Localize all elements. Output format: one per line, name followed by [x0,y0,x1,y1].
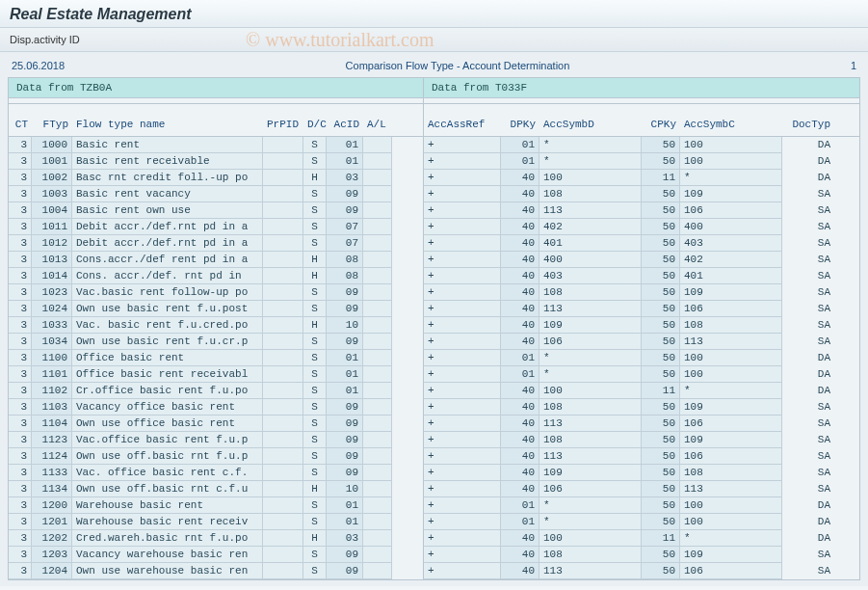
panel-right-title: Data from T033F [424,78,859,98]
table-row[interactable]: 31001Basic rent receivableS01 [9,153,423,170]
report-title: Comparison Flow Type - Account Determina… [346,60,570,71]
table-row[interactable]: 31000Basic rentS01 [9,137,423,153]
table-row[interactable]: +01*50100DA [424,497,859,514]
table-row[interactable]: +4010650113SA [424,334,859,350]
table-row[interactable]: 31202Cred.wareh.basic rnt f.u.poH03 [9,530,423,547]
cell-prpid [263,383,303,399]
cell-al [363,268,392,284]
cell-prpid [263,252,303,268]
cell-dpky: 40 [501,219,539,235]
hdr-ftyp[interactable]: FTyp [32,119,72,130]
table-row[interactable]: 31023Vac.basic rent follow-up poS09 [9,284,423,301]
table-row[interactable]: 31013Cons.accr./def rent pd in aH08 [9,252,423,268]
cell-name: Own use warehouse basic ren [72,563,263,579]
cell-cpky: 50 [642,202,680,219]
table-row[interactable]: 31034Own use basic rent f.u.cr.pS09 [9,334,423,350]
table-row[interactable]: 31014Cons. accr./def. rnt pd inH08 [9,268,423,284]
hdr-prpid[interactable]: PrPID [263,119,303,130]
hdr-accd[interactable]: AccSymbD [539,119,642,130]
table-row[interactable]: +4040350401SA [424,268,859,284]
hdr-acid[interactable]: AcID [327,119,363,130]
table-row[interactable]: +4010850109SA [424,547,859,563]
table-row[interactable]: 31123Vac.office basic rent f.u.pS09 [9,432,423,448]
table-row[interactable]: +4010850109SA [424,399,859,416]
cell-ftyp: 1100 [32,350,72,366]
cell-accc: 109 [680,399,782,416]
table-row[interactable]: 31100Office basic rentS01 [9,350,423,366]
table-row[interactable]: +01*50100DA [424,153,859,170]
table-row[interactable]: +4010850109SA [424,186,859,202]
table-row[interactable]: +4011350106SA [424,202,859,219]
table-row[interactable]: 31134Own use off.basic rnt c.f.uH10 [9,481,423,497]
hdr-dpky[interactable]: DPKy [501,119,539,130]
cell-name: Basic rent [72,137,263,153]
cell-dc: S [303,563,327,579]
cell-name: Cred.wareh.basic rnt f.u.po [72,530,263,547]
table-row[interactable]: 31101Office basic rent receivablS01 [9,366,423,383]
cell-accc: 100 [680,514,782,530]
table-row[interactable]: 31103Vacancy office basic rentS09 [9,399,423,416]
cell-dc: H [303,317,327,334]
table-row[interactable]: 31002Basc rnt credit foll.-up poH03 [9,170,423,186]
table-row[interactable]: 31133Vac. office basic rent c.f.S09 [9,465,423,481]
table-row[interactable]: 31102Cr.office basic rent f.u.poS01 [9,383,423,399]
table-row[interactable]: 31124Own use off.basic rnt f.u.pS09 [9,448,423,465]
cell-accref: + [424,530,501,547]
table-row[interactable]: 31204Own use warehouse basic renS09 [9,563,423,579]
table-row[interactable]: 31024Own use basic rent f.u.postS09 [9,301,423,317]
cell-dc: S [303,202,327,219]
table-row[interactable]: +4011350106SA [424,416,859,432]
table-row[interactable]: +01*50100DA [424,350,859,366]
table-row[interactable]: +4010950108SA [424,465,859,481]
table-row[interactable]: +4011350106SA [424,301,859,317]
hdr-name[interactable]: Flow type name [72,119,263,130]
hdr-dc[interactable]: D/C [303,119,327,130]
table-row[interactable]: +4010850109SA [424,284,859,301]
hdr-cpky[interactable]: CPKy [642,119,680,130]
table-row[interactable]: +4010011*DA [424,530,859,547]
table-row[interactable]: +4010850109SA [424,432,859,448]
table-row[interactable]: +4010011*DA [424,170,859,186]
table-row[interactable]: 31033Vac. basic rent f.u.cred.poH10 [9,317,423,334]
table-row[interactable]: +01*50100DA [424,366,859,383]
cell-acid: 01 [327,366,363,383]
cell-cpky: 50 [642,284,680,301]
hdr-accc[interactable]: AccSymbC [680,119,782,130]
cell-dc: S [303,350,327,366]
table-row[interactable]: +4010650113SA [424,481,859,497]
hdr-al[interactable]: A/L [363,119,392,130]
table-row[interactable]: +01*50100DA [424,514,859,530]
table-row[interactable]: 31200Warehouse basic rentS01 [9,497,423,514]
table-row[interactable]: +4011350106SA [424,563,859,579]
cell-al [363,563,392,579]
table-row[interactable]: +4011350106SA [424,448,859,465]
table-row[interactable]: +4040150403SA [424,235,859,252]
table-row[interactable]: 31004Basic rent own useS09 [9,202,423,219]
cell-ct: 3 [9,432,32,448]
cell-cpky: 50 [642,219,680,235]
cell-accc: 106 [680,563,782,579]
cell-dpky: 40 [501,547,539,563]
table-row[interactable]: 31011Debit accr./def.rnt pd in aS07 [9,219,423,235]
table-row[interactable]: 31012Debit accr./def.rnt pd in aS07 [9,235,423,252]
table-row[interactable]: 31003Basic rent vacancyS09 [9,186,423,202]
table-row[interactable]: +4040250400SA [424,219,859,235]
cell-doctyp: SA [782,317,840,334]
table-row[interactable]: +4040050402SA [424,252,859,268]
disp-activity-label[interactable]: Disp.activity ID [10,34,80,45]
hdr-ct[interactable]: CT [9,119,32,130]
table-row[interactable]: 31203Vacancy warehouse basic renS09 [9,547,423,563]
table-row[interactable]: +4010950108SA [424,317,859,334]
cell-name: Office basic rent [72,350,263,366]
table-row[interactable]: +4010011*DA [424,383,859,399]
cell-accc: 109 [680,186,782,202]
cell-cpky: 50 [642,366,680,383]
hdr-doctyp[interactable]: DocTyp [782,119,840,130]
hdr-accref[interactable]: AccAssRef [424,119,501,130]
cell-prpid [263,416,303,432]
cell-doctyp: SA [782,465,840,481]
table-row[interactable]: 31104Own use office basic rentS09 [9,416,423,432]
cell-ct: 3 [9,219,32,235]
table-row[interactable]: 31201Warehouse basic rent receivS01 [9,514,423,530]
table-row[interactable]: +01*50100DA [424,137,859,153]
